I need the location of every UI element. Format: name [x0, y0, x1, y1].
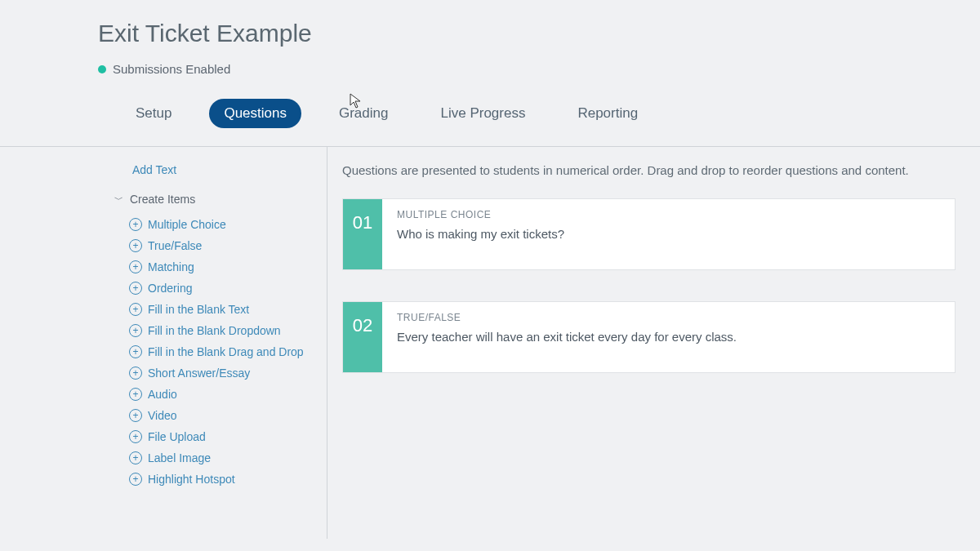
item-label: Short Answer/Essay	[148, 367, 250, 380]
item-label: Video	[148, 409, 177, 422]
question-card[interactable]: 01 MULTIPLE CHOICE Who is making my exit…	[342, 198, 956, 270]
plus-icon: +	[129, 218, 142, 231]
plus-icon: +	[129, 345, 142, 358]
item-audio[interactable]: +Audio	[129, 384, 327, 405]
item-file-upload[interactable]: +File Upload	[129, 426, 327, 447]
tab-questions[interactable]: Questions	[209, 99, 301, 128]
add-text-link[interactable]: Add Text	[114, 158, 327, 188]
item-matching[interactable]: +Matching	[129, 256, 327, 278]
chevron-down-icon: ﹀	[114, 193, 123, 206]
tab-live-progress[interactable]: Live Progress	[425, 99, 540, 128]
plus-icon: +	[129, 303, 142, 316]
item-type-list: +Multiple Choice +True/False +Matching +…	[114, 214, 327, 490]
item-multiple-choice[interactable]: +Multiple Choice	[129, 214, 327, 235]
item-short-answer[interactable]: +Short Answer/Essay	[129, 362, 327, 384]
question-body: TRUE/FALSE Every teacher will have an ex…	[382, 302, 955, 372]
item-label: Multiple Choice	[148, 218, 226, 231]
question-text: Who is making my exit tickets?	[397, 227, 940, 241]
status-dot-icon	[98, 65, 106, 73]
item-label: File Upload	[148, 430, 206, 443]
item-label: Audio	[148, 388, 177, 401]
main-panel: Questions are presented to students in n…	[327, 147, 980, 539]
plus-icon: +	[129, 473, 142, 486]
plus-icon: +	[129, 282, 142, 295]
plus-icon: +	[129, 451, 142, 464]
status-text: Submissions Enabled	[113, 62, 230, 76]
item-label: Ordering	[148, 282, 192, 295]
plus-icon: +	[129, 367, 142, 380]
question-number: 01	[343, 199, 382, 269]
sidebar: Add Text ﹀ Create Items +Multiple Choice…	[0, 147, 327, 539]
plus-icon: +	[129, 239, 142, 252]
create-items-toggle[interactable]: ﹀ Create Items	[114, 188, 327, 214]
item-true-false[interactable]: +True/False	[129, 235, 327, 256]
submission-status: Submissions Enabled	[0, 62, 980, 99]
question-type: TRUE/FALSE	[397, 312, 940, 330]
plus-icon: +	[129, 409, 142, 422]
create-items-label: Create Items	[130, 193, 195, 206]
item-fill-blank-drag-drop[interactable]: +Fill in the Blank Drag and Drop	[129, 341, 327, 362]
item-ordering[interactable]: +Ordering	[129, 278, 327, 299]
tab-reporting[interactable]: Reporting	[563, 99, 653, 128]
item-label: Fill in the Blank Dropdown	[148, 324, 281, 337]
question-text: Every teacher will have an exit ticket e…	[397, 330, 940, 344]
plus-icon: +	[129, 324, 142, 337]
item-label: Fill in the Blank Text	[148, 303, 249, 316]
item-highlight-hotspot[interactable]: +Highlight Hotspot	[129, 469, 327, 490]
plus-icon: +	[129, 260, 142, 273]
plus-icon: +	[129, 430, 142, 443]
page-title: Exit Ticket Example	[0, 20, 980, 62]
item-fill-blank-text[interactable]: +Fill in the Blank Text	[129, 299, 327, 320]
item-label: True/False	[148, 239, 202, 252]
item-label: Label Image	[148, 451, 211, 464]
item-label: Fill in the Blank Drag and Drop	[148, 345, 304, 358]
tab-setup[interactable]: Setup	[121, 99, 186, 128]
item-fill-blank-dropdown[interactable]: +Fill in the Blank Dropdown	[129, 320, 327, 341]
question-card[interactable]: 02 TRUE/FALSE Every teacher will have an…	[342, 301, 956, 373]
plus-icon: +	[129, 388, 142, 401]
item-label-image[interactable]: +Label Image	[129, 447, 327, 469]
item-label: Matching	[148, 260, 194, 273]
tab-grading[interactable]: Grading	[324, 99, 403, 128]
reorder-instruction: Questions are presented to students in n…	[342, 163, 956, 198]
item-video[interactable]: +Video	[129, 405, 327, 426]
question-body: MULTIPLE CHOICE Who is making my exit ti…	[382, 199, 955, 269]
question-type: MULTIPLE CHOICE	[397, 209, 940, 227]
question-number: 02	[343, 302, 382, 372]
tabs: Setup Questions Grading Live Progress Re…	[0, 99, 980, 146]
item-label: Highlight Hotspot	[148, 473, 235, 486]
